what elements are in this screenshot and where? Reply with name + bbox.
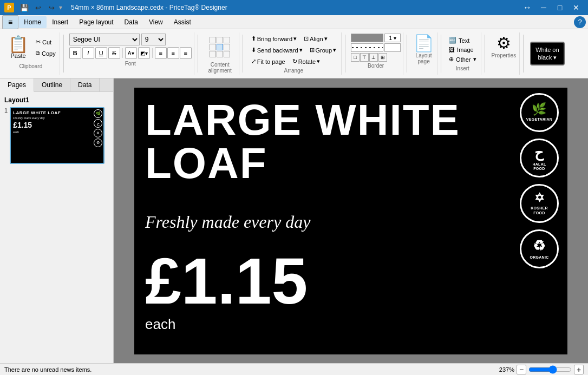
- paste-label: Paste: [10, 52, 25, 59]
- align-btn[interactable]: ⊡ Align ▾: [301, 34, 330, 44]
- align-left-btn[interactable]: ≡: [155, 47, 167, 59]
- border-group-label: Border: [368, 63, 384, 69]
- tab-data[interactable]: Data: [70, 78, 100, 91]
- white-on-black-group: White onblack ▾: [527, 32, 567, 75]
- zoom-slider[interactable]: [528, 365, 572, 374]
- label-icons: 🌿 VEGETARIAN ح HALALFOOD ✡ KOSHERFOOD ♻ …: [520, 93, 559, 268]
- zoom-out-btn[interactable]: −: [517, 365, 526, 374]
- bring-forward-btn[interactable]: ⬆ Bring forward ▾: [249, 34, 299, 44]
- thumb-unit: each: [11, 130, 103, 134]
- white-on-black-btn[interactable]: White onblack ▾: [530, 42, 564, 66]
- italic-button[interactable]: I: [82, 47, 94, 59]
- insert-image-btn[interactable]: 🖼 Image: [447, 45, 479, 54]
- rotate-btn[interactable]: ↻ Rotate ▾: [290, 56, 323, 67]
- copy-button[interactable]: ⧉ Copy: [34, 49, 57, 58]
- align-tl[interactable]: [210, 37, 216, 43]
- paste-icon: 📋: [8, 36, 28, 52]
- wob-label: White onblack ▾: [535, 46, 559, 62]
- fit-to-page-btn[interactable]: ⤢ Fit to page: [249, 56, 288, 67]
- underline-button[interactable]: U: [95, 47, 107, 59]
- font-family-select[interactable]: Segoe UI: [69, 34, 140, 45]
- border-top-btn[interactable]: ⊤: [360, 53, 369, 62]
- content-alignment-label: Contentalignment: [208, 62, 232, 74]
- minimize-btn[interactable]: ─: [536, 2, 551, 13]
- align-br[interactable]: [224, 51, 230, 57]
- highlight-btn[interactable]: ◩▾: [138, 47, 150, 59]
- paste-button[interactable]: 📋 Paste: [4, 34, 32, 62]
- close-btn[interactable]: ✕: [569, 2, 584, 13]
- arrange-row-2: ⬇ Send backward ▾ ⊞ Group ▾: [249, 45, 339, 55]
- align-bc[interactable]: [217, 51, 223, 57]
- menu-file[interactable]: ≡: [2, 15, 18, 29]
- strikethrough-button[interactable]: S: [108, 47, 120, 59]
- font-size-select[interactable]: 9: [141, 34, 166, 45]
- menu-data[interactable]: Data: [119, 16, 143, 28]
- align-tr[interactable]: [224, 37, 230, 43]
- menu-insert[interactable]: Insert: [47, 16, 74, 28]
- align-ml[interactable]: [210, 44, 216, 50]
- page-thumbnail-wrapper: 1 LARGE WHITE LOAF Freshly made every da…: [4, 107, 109, 164]
- menu-page-layout[interactable]: Page layout: [74, 16, 119, 28]
- font-color-btn[interactable]: A▾: [125, 47, 137, 59]
- ribbon-divider-7: [485, 35, 485, 73]
- ribbon: 📋 Paste ✂ Cut ⧉ Copy Clipboar: [0, 29, 588, 78]
- label-icon-halal: ح HALALFOOD: [520, 139, 559, 177]
- align-right-btn[interactable]: ≡: [180, 47, 192, 59]
- sidebar: Pages Outline Data Layout1 1 LARGE WHITE…: [0, 78, 114, 363]
- insert-text-btn[interactable]: 🔤 Text: [447, 36, 479, 45]
- ribbon-divider-8: [523, 35, 524, 73]
- ribbon-divider-2: [198, 35, 198, 73]
- help-button[interactable]: ?: [574, 16, 586, 28]
- cut-button[interactable]: ✂ Cut: [34, 37, 57, 47]
- border-style-2[interactable]: [351, 43, 383, 52]
- border-style-1[interactable]: [351, 34, 383, 42]
- content-alignment-group: Contentalignment: [201, 32, 239, 75]
- ribbon-divider-6: [441, 35, 441, 73]
- quick-save-btn[interactable]: 💾: [18, 2, 30, 13]
- copy-icon: ⧉: [36, 50, 40, 57]
- properties-group-label: Properties: [492, 52, 517, 58]
- tab-outline[interactable]: Outline: [34, 78, 70, 91]
- halal-icon-text: HALALFOOD: [532, 162, 546, 172]
- border-row-2: [351, 43, 401, 52]
- align-mc[interactable]: [217, 44, 223, 50]
- border-all-btn[interactable]: ⊞: [378, 53, 387, 62]
- tab-pages[interactable]: Pages: [0, 78, 34, 92]
- sidebar-content: Layout1 1 LARGE WHITE LOAF Freshly made …: [0, 92, 113, 363]
- align-bl[interactable]: [210, 51, 216, 57]
- menu-assist[interactable]: Assist: [168, 16, 197, 28]
- label-icon-organic: ♻ ORGANIC: [520, 229, 559, 268]
- quick-redo-btn[interactable]: ↪: [45, 2, 57, 13]
- maximize-btn[interactable]: □: [552, 2, 567, 13]
- content-alignment-icon: [210, 34, 230, 61]
- group-btn[interactable]: ⊞ Group ▾: [307, 45, 339, 55]
- send-backward-btn[interactable]: ⬇ Send backward ▾: [249, 45, 305, 55]
- page-thumbnail[interactable]: LARGE WHITE LOAF Freshly made every day …: [10, 107, 104, 164]
- main-canvas: LARGE WHITE LOAF Freshly made every day …: [114, 78, 588, 363]
- menu-home[interactable]: Home: [18, 16, 47, 28]
- border-none-btn[interactable]: □: [351, 53, 360, 62]
- quick-undo-btn[interactable]: ↩: [32, 2, 44, 13]
- font-divider: [122, 48, 123, 58]
- align-tc[interactable]: [217, 37, 223, 43]
- group-icon: ⊞: [310, 47, 315, 54]
- border-width[interactable]: 1 ▾: [384, 34, 401, 42]
- border-row-1: 1 ▾: [351, 34, 401, 42]
- rotate-icon: ↻: [292, 58, 297, 65]
- border-color[interactable]: [384, 43, 401, 52]
- align-center-btn[interactable]: ≡: [167, 47, 179, 59]
- properties-btn[interactable]: ⚙: [496, 34, 511, 52]
- align-icon: ⊡: [304, 35, 309, 42]
- insert-other-btn[interactable]: ⊕ Other ▾: [447, 55, 479, 64]
- menu-view[interactable]: View: [143, 16, 168, 28]
- cut-icon: ✂: [36, 38, 41, 45]
- zoom-in-btn[interactable]: +: [574, 365, 584, 374]
- border-controls: 1 ▾ □ ⊤ ⊥ ⊞: [351, 34, 401, 62]
- arrange-row-3: ⤢ Fit to page ↻ Rotate ▾: [249, 56, 339, 67]
- arrange-group: ⬆ Bring forward ▾ ⊡ Align ▾ ⬇ Send backw…: [246, 32, 342, 75]
- layout-page-btn[interactable]: 📄: [414, 34, 434, 52]
- border-bottom-btn[interactable]: ⊥: [369, 53, 378, 62]
- label-canvas[interactable]: LARGE WHITE LOAF Freshly made every day …: [134, 88, 567, 354]
- bold-button[interactable]: B: [69, 47, 81, 59]
- align-mr[interactable]: [224, 44, 230, 50]
